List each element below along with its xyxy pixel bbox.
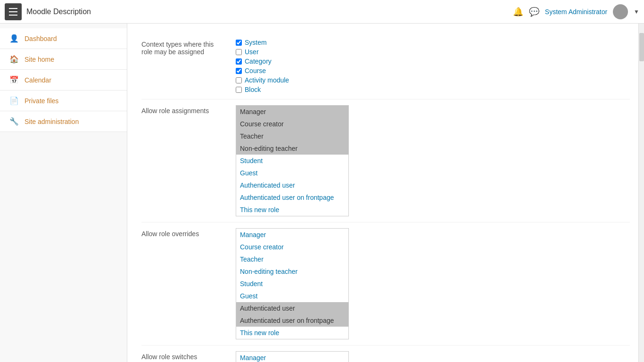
checkbox-course-label: Course [245,67,266,74]
checkbox-activity-module[interactable]: Activity module [236,76,630,84]
sidebar-item-label: Site administration [25,118,79,125]
role-item-auth-user-frontpage-override[interactable]: Authenticated user on frontpage [236,314,348,327]
role-item-manager-override[interactable]: Manager [236,229,348,241]
sidebar-item-site-administration[interactable]: 🔧 Site administration [0,111,127,132]
checkbox-system[interactable]: System [236,39,630,46]
notification-icon[interactable]: 🔔 [513,7,523,17]
checkbox-activity-module-label: Activity module [245,76,289,84]
role-item-auth-user-frontpage-assign[interactable]: Authenticated user on frontpage [236,191,348,204]
context-types-checkboxes: System User Category Course [236,39,630,93]
allow-role-switches-value: Manager Course creator Teacher [236,351,630,362]
allow-role-switches-label: Allow role switches [141,351,236,361]
message-icon[interactable]: 💬 [529,7,539,17]
file-icon: 📄 [9,96,19,105]
app-title: Moodle Description [26,8,91,16]
checkbox-block-input[interactable] [236,87,242,93]
checkbox-course-input[interactable] [236,68,242,74]
context-types-value: System User Category Course [236,39,630,93]
user-dropdown-arrow[interactable]: ▼ [634,8,639,15]
checkbox-category-label: Category [245,58,272,65]
allow-role-overrides-row: Allow role overrides Manager Course crea… [141,222,630,346]
role-item-teacher-assign[interactable]: Teacher [236,130,348,142]
role-item-this-new-role-override[interactable]: This new role [236,327,348,339]
checkbox-block-label: Block [245,86,261,93]
checkbox-system-input[interactable] [236,40,242,46]
sidebar-item-label: Site home [25,56,54,63]
sidebar-item-dashboard[interactable]: 👤 Dashboard [0,28,127,49]
allow-role-assignments-value: Manager Course creator Teacher Non-editi… [236,105,630,216]
checkbox-activity-module-input[interactable] [236,77,242,83]
wrench-icon: 🔧 [9,117,19,126]
checkbox-course[interactable]: Course [236,67,630,74]
role-item-non-editing-teacher-override[interactable]: Non-editing teacher [236,265,348,278]
checkbox-category[interactable]: Category [236,58,630,65]
main-content: Context types where this role may be ass… [127,24,644,362]
role-switches-select[interactable]: Manager Course creator Teacher [236,351,349,362]
sidebar-item-label: Private files [25,97,58,105]
allow-role-assignments-row: Allow role assignments Manager Course cr… [141,99,630,222]
sidebar-item-label: Dashboard [25,35,57,42]
scrollbar-track [638,24,644,362]
main-layout: 👤 Dashboard 🏠 Site home 📅 Calendar 📄 Pri… [0,24,644,362]
scrollbar-thumb[interactable] [639,33,644,61]
role-item-non-editing-teacher-assign[interactable]: Non-editing teacher [236,142,348,155]
checkbox-block[interactable]: Block [236,86,630,93]
calendar-icon: 📅 [9,75,19,84]
role-item-student-assign[interactable]: Student [236,155,348,167]
role-assignments-select[interactable]: Manager Course creator Teacher Non-editi… [236,105,349,216]
role-item-auth-user-override[interactable]: Authenticated user [236,302,348,314]
navbar-right: 🔔 💬 System Administrator ▼ [513,4,639,19]
checkbox-category-input[interactable] [236,58,242,65]
sidebar-item-private-files[interactable]: 📄 Private files [0,90,127,111]
user-name[interactable]: System Administrator [545,8,607,16]
role-item-guest-assign[interactable]: Guest [236,167,348,179]
sidebar-item-site-home[interactable]: 🏠 Site home [0,49,127,70]
role-item-auth-user-assign[interactable]: Authenticated user [236,179,348,191]
checkbox-system-label: System [245,39,267,46]
sidebar: 👤 Dashboard 🏠 Site home 📅 Calendar 📄 Pri… [0,24,127,362]
checkbox-user[interactable]: User [236,48,630,56]
navbar: Moodle Description 🔔 💬 System Administra… [0,0,644,24]
role-item-course-creator-assign[interactable]: Course creator [236,118,348,130]
role-item-manager-assign[interactable]: Manager [236,106,348,118]
menu-toggle-button[interactable] [5,3,22,20]
checkbox-user-input[interactable] [236,49,242,55]
home-icon: 🏠 [9,55,19,64]
allow-role-overrides-label: Allow role overrides [141,228,236,238]
avatar[interactable] [613,4,628,19]
checkbox-user-label: User [245,48,259,56]
role-item-manager-switch[interactable]: Manager [236,352,348,362]
allow-role-overrides-value: Manager Course creator Teacher Non-editi… [236,228,630,339]
dashboard-icon: 👤 [9,34,19,43]
role-item-teacher-override[interactable]: Teacher [236,253,348,265]
role-item-course-creator-override[interactable]: Course creator [236,241,348,253]
allow-role-assignments-label: Allow role assignments [141,105,236,115]
context-types-row: Context types where this role may be ass… [141,33,630,99]
role-item-student-override[interactable]: Student [236,278,348,290]
role-item-this-new-role-assign[interactable]: This new role [236,204,348,216]
sidebar-item-calendar[interactable]: 📅 Calendar [0,70,127,90]
role-item-guest-override[interactable]: Guest [236,290,348,302]
context-types-label: Context types where this role may be ass… [141,39,236,56]
role-overrides-select[interactable]: Manager Course creator Teacher Non-editi… [236,228,349,339]
allow-role-switches-row: Allow role switches Manager Course creat… [141,346,630,362]
sidebar-item-label: Calendar [25,76,51,84]
